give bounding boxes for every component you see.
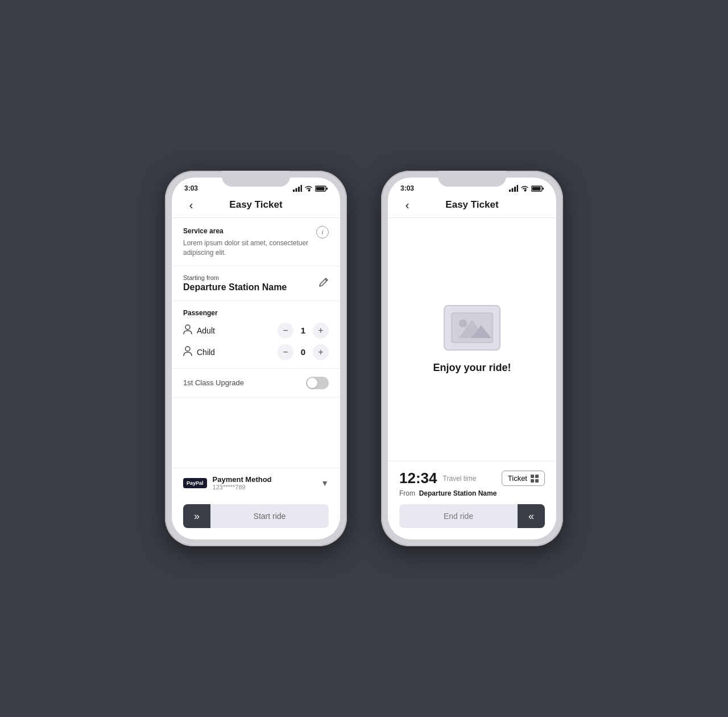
svg-rect-5: [316, 187, 325, 190]
adult-person-icon: [183, 324, 192, 337]
ticket-bottom: 12:34 Travel time Ticket From Departure …: [388, 461, 556, 504]
child-label: Child: [197, 348, 215, 357]
svg-rect-10: [512, 188, 514, 192]
signal-icon-2: [509, 185, 518, 192]
svg-rect-9: [509, 189, 511, 192]
status-icons-2: [509, 185, 544, 192]
phone-1: 3:03: [165, 171, 347, 546]
qr-grid-icon: [531, 475, 539, 483]
adult-label: Adult: [197, 326, 215, 335]
svg-rect-12: [517, 185, 519, 192]
mountain-placeholder-icon: [449, 311, 495, 345]
notch-2: [438, 171, 506, 187]
passenger-title: Passenger: [183, 309, 329, 317]
phone-2-inner: 3:03: [388, 178, 556, 539]
ticket-button[interactable]: Ticket: [502, 471, 545, 486]
end-ride-button[interactable]: End ride: [399, 504, 518, 528]
toggle-knob: [307, 378, 317, 388]
double-chevron-right-icon: »: [194, 510, 200, 522]
signal-icon: [293, 185, 302, 192]
upgrade-toggle[interactable]: [306, 377, 329, 389]
back-button-2[interactable]: ‹: [398, 196, 416, 214]
battery-icon: [315, 186, 328, 192]
start-ride-button[interactable]: Start ride: [210, 504, 329, 528]
svg-rect-1: [296, 188, 297, 192]
svg-point-8: [185, 347, 190, 351]
notch-1: [222, 171, 290, 187]
header-title-2: Easy Ticket: [445, 199, 498, 211]
starting-from-section: Starting from Departure Station Name: [172, 266, 340, 301]
screen-1-content: Service area i Lorem ipsum dolor sit ame…: [172, 218, 340, 539]
phone-2: 3:03: [381, 171, 563, 546]
child-person-icon: [183, 346, 192, 358]
info-icon[interactable]: i: [316, 226, 329, 238]
starting-from-row: Starting from Departure Station Name: [183, 274, 329, 292]
travel-row: 12:34 Travel time Ticket: [399, 469, 545, 487]
enjoy-text: Enjoy your ride!: [433, 362, 511, 374]
start-ride-icon-button[interactable]: »: [183, 504, 210, 528]
child-row: Child − 0 +: [183, 344, 329, 360]
status-time-2: 3:03: [400, 184, 414, 192]
end-ride-icon-button[interactable]: «: [518, 504, 545, 528]
station-label: Starting from: [183, 274, 287, 281]
passenger-section: Passenger Adult: [172, 301, 340, 369]
spacer-1: [172, 398, 340, 468]
payment-row: PayPal Payment Method 123*****789 ▼: [183, 475, 329, 491]
travel-time: 12:34: [399, 469, 437, 487]
app-header-1: ‹ Easy Ticket: [172, 195, 340, 218]
paypal-badge: PayPal: [183, 478, 207, 488]
start-ride-container: » Start ride: [172, 497, 340, 539]
child-decrement-button[interactable]: −: [278, 344, 293, 360]
adult-type: Adult: [183, 324, 215, 337]
screen-2-main: Enjoy your ride!: [388, 218, 556, 461]
upgrade-section: 1st Class Upgrade: [172, 369, 340, 398]
placeholder-image: [444, 305, 500, 351]
adult-count: 1: [299, 325, 307, 335]
status-time-1: 3:03: [184, 184, 198, 192]
child-increment-button[interactable]: +: [313, 344, 329, 360]
payment-left: PayPal Payment Method 123*****789: [183, 475, 272, 491]
payment-title: Payment Method: [213, 475, 272, 484]
child-counter: − 0 +: [278, 344, 329, 360]
payment-info: Payment Method 123*****789: [213, 475, 272, 491]
svg-point-7: [185, 325, 190, 329]
svg-rect-2: [298, 187, 300, 192]
adult-counter: − 1 +: [278, 323, 329, 339]
svg-rect-14: [532, 187, 541, 190]
service-area-row: Service area i: [183, 226, 329, 238]
phone-1-inner: 3:03: [172, 178, 340, 539]
wifi-icon-2: [520, 186, 529, 192]
status-icons-1: [293, 185, 328, 192]
battery-icon-2: [531, 186, 544, 192]
wifi-icon: [304, 186, 313, 192]
station-info: Starting from Departure Station Name: [183, 274, 287, 292]
payment-number: 123*****789: [213, 484, 272, 491]
edit-icon[interactable]: [318, 277, 329, 290]
from-station-name: Departure Station Name: [419, 489, 497, 497]
start-ride-label: Start ride: [254, 512, 286, 521]
service-area-description: Lorem ipsum dolor sit amet, consectetuer…: [183, 238, 329, 258]
back-button-1[interactable]: ‹: [182, 196, 200, 214]
svg-point-17: [459, 319, 467, 327]
svg-rect-11: [514, 187, 516, 192]
child-type: Child: [183, 346, 215, 358]
adult-increment-button[interactable]: +: [313, 323, 329, 339]
svg-rect-6: [326, 187, 328, 189]
svg-rect-3: [301, 185, 303, 192]
from-row: From Departure Station Name: [399, 489, 545, 497]
back-chevron-icon-2: ‹: [406, 199, 410, 212]
payment-section: PayPal Payment Method 123*****789 ▼: [172, 468, 340, 497]
station-name: Departure Station Name: [183, 282, 287, 292]
double-chevron-left-icon: «: [528, 510, 534, 522]
end-ride-container: End ride «: [388, 504, 556, 539]
svg-rect-15: [543, 187, 544, 189]
service-area-label: Service area: [183, 227, 224, 235]
adult-decrement-button[interactable]: −: [278, 323, 293, 339]
upgrade-label: 1st Class Upgrade: [183, 378, 244, 387]
payment-dropdown-icon[interactable]: ▼: [321, 479, 329, 488]
from-label: From: [399, 489, 415, 497]
app-header-2: ‹ Easy Ticket: [388, 195, 556, 218]
end-ride-label: End ride: [444, 512, 473, 521]
header-title-1: Easy Ticket: [229, 199, 282, 211]
phones-container: 3:03: [165, 171, 563, 546]
